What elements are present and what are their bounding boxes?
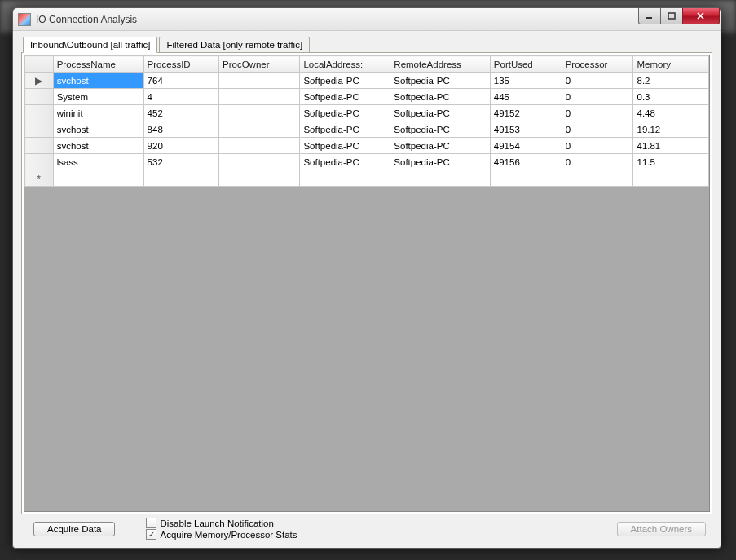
maximize-button[interactable]	[660, 8, 683, 24]
cell[interactable]: 920	[143, 138, 218, 154]
cell[interactable]: 532	[143, 154, 218, 170]
cell[interactable]	[300, 170, 390, 187]
cell[interactable]: Softpedia-PC	[300, 73, 390, 89]
cell[interactable]	[219, 73, 300, 89]
cell[interactable]	[219, 121, 300, 138]
cell[interactable]: 0	[562, 138, 633, 154]
cell[interactable]	[219, 138, 300, 154]
attach-owners-button[interactable]: Attach Owners	[617, 522, 706, 536]
cell[interactable]: 49156	[490, 154, 562, 170]
disable-launch-label: Disable Launch Notification	[160, 518, 273, 528]
column-header[interactable]: ProcessID	[143, 56, 218, 73]
cell[interactable]: Softpedia-PC	[300, 121, 390, 138]
cell[interactable]: 4	[143, 89, 218, 105]
disable-launch-checkbox[interactable]: Disable Launch Notification	[146, 518, 297, 528]
cell[interactable]: lsass	[53, 154, 143, 170]
acquire-data-button[interactable]: Acquire Data	[33, 522, 115, 536]
column-header[interactable]: RemoteAddress	[390, 56, 490, 73]
cell[interactable]: svchost	[53, 121, 143, 138]
table-row[interactable]: System4Softpedia-PCSoftpedia-PC44500.3	[25, 89, 709, 105]
cell[interactable]	[219, 154, 300, 170]
cell[interactable]	[490, 170, 562, 187]
cell[interactable]: Softpedia-PC	[390, 89, 490, 105]
new-row-marker: *	[25, 170, 54, 187]
tab-content: ProcessNameProcessIDProcOwnerLocalAddres…	[21, 52, 712, 514]
row-header[interactable]	[25, 154, 54, 170]
cell[interactable]: 0	[562, 154, 633, 170]
cell[interactable]: 764	[143, 73, 218, 89]
cell[interactable]: 4.48	[633, 105, 709, 121]
cell[interactable]: wininit	[53, 105, 143, 121]
cell[interactable]: 0	[562, 105, 633, 121]
cell[interactable]: 19.12	[633, 121, 709, 138]
cell[interactable]: 848	[143, 121, 218, 138]
cell[interactable]	[219, 105, 300, 121]
acquire-stats-checkbox[interactable]: ✓ Acquire Memory/Processor Stats	[146, 529, 297, 540]
tab-all-traffic[interactable]: Inbound\Outbound [all traffic]	[23, 37, 157, 53]
cell[interactable]: 11.5	[633, 154, 709, 170]
cell[interactable]: 41.81	[633, 138, 709, 154]
table-row[interactable]: lsass532Softpedia-PCSoftpedia-PC49156011…	[25, 154, 709, 170]
column-header[interactable]: LocalAddress:	[300, 56, 390, 73]
app-window: IO Connection Analysis Inbound\Outbound …	[12, 7, 721, 549]
cell[interactable]: Softpedia-PC	[300, 105, 390, 121]
tab-filtered[interactable]: Filtered Data [only remote traffic]	[159, 37, 310, 53]
table-row[interactable]: ▶svchost764Softpedia-PCSoftpedia-PC13508…	[25, 73, 709, 89]
column-header[interactable]: ProcOwner	[219, 56, 300, 73]
cell[interactable]	[53, 170, 143, 187]
cell[interactable]: 0	[562, 89, 633, 105]
close-button[interactable]	[682, 8, 720, 24]
new-row[interactable]: *	[25, 170, 709, 187]
cell[interactable]	[143, 170, 218, 187]
cell[interactable]: System	[53, 89, 143, 105]
tab-strip: Inbound\Outbound [all traffic] Filtered …	[23, 36, 712, 52]
column-header[interactable]: Processor	[562, 56, 633, 73]
cell[interactable]	[390, 170, 490, 187]
app-icon	[18, 13, 31, 26]
cell[interactable]: 445	[490, 89, 562, 105]
table-row[interactable]: svchost920Softpedia-PCSoftpedia-PC491540…	[25, 138, 709, 154]
column-header[interactable]: Memory	[633, 56, 709, 73]
cell[interactable]	[219, 170, 300, 187]
cell[interactable]: 0.3	[633, 89, 709, 105]
cell[interactable]: Softpedia-PC	[300, 154, 390, 170]
row-header[interactable]: ▶	[25, 73, 54, 89]
grid-corner[interactable]	[25, 56, 54, 73]
column-header[interactable]: PortUsed	[490, 56, 562, 73]
checkbox-icon	[146, 518, 156, 528]
cell[interactable]: 0	[562, 73, 633, 89]
row-header[interactable]	[25, 89, 54, 105]
cell[interactable]: Softpedia-PC	[390, 73, 490, 89]
table-row[interactable]: svchost848Softpedia-PCSoftpedia-PC491530…	[25, 121, 709, 138]
cell[interactable]: 452	[143, 105, 218, 121]
cell[interactable]: 49153	[490, 121, 562, 138]
cell[interactable]	[633, 170, 709, 187]
cell[interactable]: Softpedia-PC	[390, 121, 490, 138]
cell[interactable]: svchost	[53, 138, 143, 154]
cell[interactable]: 135	[490, 73, 562, 89]
cell[interactable]: 8.2	[633, 73, 709, 89]
row-header[interactable]	[25, 138, 54, 154]
svg-rect-1	[668, 13, 675, 19]
column-header[interactable]: ProcessName	[53, 56, 143, 73]
cell[interactable]: 49154	[490, 138, 562, 154]
minimize-button[interactable]	[638, 8, 661, 24]
table-row[interactable]: wininit452Softpedia-PCSoftpedia-PC491520…	[25, 105, 709, 121]
cell[interactable]: Softpedia-PC	[390, 105, 490, 121]
row-header[interactable]	[25, 105, 54, 121]
cell[interactable]: svchost	[53, 73, 143, 89]
cell[interactable]: Softpedia-PC	[390, 138, 490, 154]
client-area: Inbound\Outbound [all traffic] Filtered …	[13, 31, 721, 548]
cell[interactable]: Softpedia-PC	[390, 154, 490, 170]
cell[interactable]: Softpedia-PC	[300, 89, 390, 105]
cell[interactable]: 0	[562, 121, 633, 138]
checkbox-icon: ✓	[146, 529, 156, 540]
acquire-stats-label: Acquire Memory/Processor Stats	[160, 530, 297, 540]
cell[interactable]: Softpedia-PC	[300, 138, 390, 154]
cell[interactable]	[219, 89, 300, 105]
data-grid[interactable]: ProcessNameProcessIDProcOwnerLocalAddres…	[24, 55, 710, 512]
cell[interactable]	[562, 170, 633, 187]
row-header[interactable]	[25, 121, 54, 138]
title-bar[interactable]: IO Connection Analysis	[13, 8, 721, 31]
cell[interactable]: 49152	[490, 105, 562, 121]
